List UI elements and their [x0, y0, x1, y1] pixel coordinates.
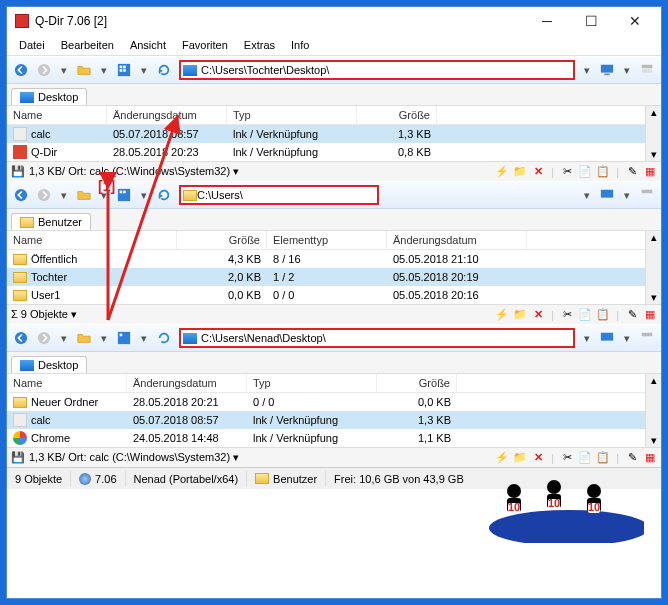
- edit-folder-icon[interactable]: 📁: [513, 451, 527, 465]
- menu-datei[interactable]: Datei: [11, 37, 53, 53]
- list-item[interactable]: Q-Dir 28.05.2018 20:23 lnk / Verknüpfung…: [7, 143, 645, 161]
- bolt-icon[interactable]: ⚡: [495, 308, 509, 322]
- folder-open-button[interactable]: [74, 328, 94, 348]
- col-size[interactable]: Größe: [357, 106, 437, 124]
- svg-point-18: [15, 332, 27, 344]
- pane-2: ▾ ▾ ▾ C:\Users\ ▾ ▾ Benutzer: [7, 181, 661, 324]
- menu-bearbeiten[interactable]: Bearbeiten: [53, 37, 122, 53]
- col-type[interactable]: Typ: [227, 106, 357, 124]
- cut-icon[interactable]: ✂: [560, 451, 574, 465]
- status-user: Nenad (Portabel/x64): [126, 471, 248, 487]
- delete-icon[interactable]: ✕: [531, 451, 545, 465]
- list-item[interactable]: Öffentlich 4,3 KB 8 / 16 05.05.2018 21:1…: [7, 250, 645, 268]
- pane1-tab-desktop[interactable]: Desktop: [11, 88, 87, 105]
- col-size[interactable]: Größe: [177, 231, 267, 249]
- maximize-button[interactable]: ☐: [569, 7, 613, 35]
- grid-icon[interactable]: ▦: [643, 308, 657, 322]
- grid-icon[interactable]: ▦: [643, 165, 657, 179]
- col-type[interactable]: Typ: [247, 374, 377, 392]
- menu-info[interactable]: Info: [283, 37, 317, 53]
- view-grid-button[interactable]: [114, 328, 134, 348]
- menu-favoriten[interactable]: Favoriten: [174, 37, 236, 53]
- pane3-tab-desktop[interactable]: Desktop: [11, 356, 87, 373]
- col-name[interactable]: Name: [7, 106, 107, 124]
- monitor-icon[interactable]: [597, 185, 617, 205]
- list-item[interactable]: Tochter 2,0 KB 1 / 2 05.05.2018 20:19: [7, 268, 645, 286]
- menu-extras[interactable]: Extras: [236, 37, 283, 53]
- col-elem[interactable]: Elementtyp: [267, 231, 387, 249]
- nav-back-button[interactable]: [11, 60, 31, 80]
- monitor-icon[interactable]: [597, 328, 617, 348]
- nav-back-button[interactable]: [11, 328, 31, 348]
- path-dropdown[interactable]: ▾: [580, 60, 594, 80]
- folder-open-button[interactable]: [74, 60, 94, 80]
- col-size[interactable]: Größe: [377, 374, 457, 392]
- filter-icon[interactable]: [637, 60, 657, 80]
- col-date[interactable]: Änderungsdatum: [107, 106, 227, 124]
- pane2-tab-benutzer[interactable]: Benutzer: [11, 213, 91, 230]
- pencil-icon[interactable]: ✎: [625, 165, 639, 179]
- list-item[interactable]: Chrome 24.05.2018 14:48 lnk / Verknüpfun…: [7, 429, 645, 447]
- pane2-path-input[interactable]: C:\Users\: [179, 185, 379, 205]
- menu-ansicht[interactable]: Ansicht: [122, 37, 174, 53]
- list-item[interactable]: User1 0,0 KB 0 / 0 05.05.2018 20:16: [7, 286, 645, 304]
- folder-dropdown[interactable]: ▾: [97, 60, 111, 80]
- refresh-button[interactable]: [154, 185, 174, 205]
- monitor-icon[interactable]: [597, 60, 617, 80]
- delete-icon[interactable]: ✕: [531, 165, 545, 179]
- grid-icon[interactable]: ▦: [643, 451, 657, 465]
- nav-history-dropdown[interactable]: ▾: [57, 185, 71, 205]
- edit-folder-icon[interactable]: 📁: [513, 308, 527, 322]
- pane3-path-input[interactable]: C:\Users\Nenad\Desktop\: [179, 328, 575, 348]
- scrollbar[interactable]: ▴▾: [645, 374, 661, 447]
- pane3-list[interactable]: Neuer Ordner 28.05.2018 20:21 0 / 0 0,0 …: [7, 393, 645, 447]
- pane2-list[interactable]: Öffentlich 4,3 KB 8 / 16 05.05.2018 21:1…: [7, 250, 645, 304]
- list-item[interactable]: calc 05.07.2018 08:57 lnk / Verknüpfung …: [7, 411, 645, 429]
- copy-icon[interactable]: 📄: [578, 165, 592, 179]
- scrollbar[interactable]: ▴▾: [645, 106, 661, 161]
- col-name[interactable]: Name: [7, 374, 127, 392]
- view-grid-button[interactable]: [114, 185, 134, 205]
- pane1-list[interactable]: calc 05.07.2018 08:57 lnk / Verknüpfung …: [7, 125, 645, 161]
- view-grid-button[interactable]: [114, 60, 134, 80]
- cut-icon[interactable]: ✂: [560, 308, 574, 322]
- edit-folder-icon[interactable]: 📁: [513, 165, 527, 179]
- delete-icon[interactable]: ✕: [531, 308, 545, 322]
- paste-icon[interactable]: 📋: [596, 451, 610, 465]
- refresh-button[interactable]: [154, 328, 174, 348]
- paste-icon[interactable]: 📋: [596, 165, 610, 179]
- bolt-icon[interactable]: ⚡: [495, 165, 509, 179]
- nav-fwd-button[interactable]: [34, 328, 54, 348]
- view-dropdown[interactable]: ▾: [137, 60, 151, 80]
- list-item[interactable]: Neuer Ordner 28.05.2018 20:21 0 / 0 0,0 …: [7, 393, 645, 411]
- copy-icon[interactable]: 📄: [578, 308, 592, 322]
- lnk-icon: [13, 413, 27, 427]
- copy-icon[interactable]: 📄: [578, 451, 592, 465]
- nav-fwd-button[interactable]: [34, 60, 54, 80]
- qdir-icon: [13, 145, 27, 159]
- list-item[interactable]: calc 05.07.2018 08:57 lnk / Verknüpfung …: [7, 125, 645, 143]
- nav-fwd-button[interactable]: [34, 185, 54, 205]
- bolt-icon[interactable]: ⚡: [495, 451, 509, 465]
- scrollbar[interactable]: ▴▾: [645, 231, 661, 304]
- folder-open-button[interactable]: [74, 185, 94, 205]
- pane2-header: Name Größe Elementtyp Änderungsdatum: [7, 231, 645, 250]
- col-date[interactable]: Änderungsdatum: [127, 374, 247, 392]
- filter-icon[interactable]: [637, 328, 657, 348]
- cut-icon[interactable]: ✂: [560, 165, 574, 179]
- nav-history-dropdown[interactable]: ▾: [57, 60, 71, 80]
- refresh-button[interactable]: [154, 60, 174, 80]
- monitor-dropdown[interactable]: ▾: [620, 60, 634, 80]
- pencil-icon[interactable]: ✎: [625, 308, 639, 322]
- svg-point-12: [38, 189, 50, 201]
- col-name[interactable]: Name: [7, 231, 177, 249]
- minimize-button[interactable]: ─: [525, 7, 569, 35]
- pencil-icon[interactable]: ✎: [625, 451, 639, 465]
- col-date[interactable]: Änderungsdatum: [387, 231, 527, 249]
- nav-back-button[interactable]: [11, 185, 31, 205]
- close-button[interactable]: ✕: [613, 7, 657, 35]
- svg-rect-8: [604, 74, 609, 76]
- paste-icon[interactable]: 📋: [596, 308, 610, 322]
- pane1-path-input[interactable]: C:\Users\Tochter\Desktop\: [179, 60, 575, 80]
- filter-icon[interactable]: [637, 185, 657, 205]
